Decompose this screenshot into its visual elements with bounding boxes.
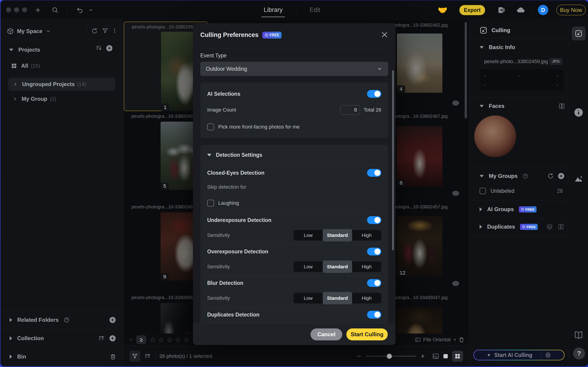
filter-icon[interactable] xyxy=(101,28,109,34)
chevron-right-icon xyxy=(13,82,18,87)
event-type-value: Outdoor Wedding xyxy=(206,66,247,72)
cancel-button[interactable]: Cancel xyxy=(311,328,342,340)
file-orientation-control[interactable]: File Orientat xyxy=(415,337,457,343)
image-count-input[interactable]: 8 xyxy=(341,105,360,115)
start-ai-culling-button[interactable]: ✦ Start AI Culling xyxy=(473,350,565,360)
sidebar-item-ungrouped-projects[interactable]: Ungrouped Projects (14) xyxy=(8,78,115,91)
unlabeled-checkbox[interactable] xyxy=(480,188,486,194)
tab-library[interactable]: Library xyxy=(262,6,284,14)
zoom-out-icon[interactable] xyxy=(356,353,362,359)
sensitivity-high[interactable]: High xyxy=(352,233,381,238)
sidebar-item-collection[interactable]: Collection xyxy=(0,332,123,345)
closed-eyes-toggle[interactable] xyxy=(367,169,381,177)
duplicates-toggle[interactable] xyxy=(367,311,381,318)
refresh-icon[interactable] xyxy=(90,28,99,34)
caret-right-icon xyxy=(10,355,12,359)
add-icon[interactable] xyxy=(34,0,42,20)
photo-thumbnail[interactable]: 8 xyxy=(397,126,442,187)
photo-card[interactable]: photogra...10-33802462.jpg 4 xyxy=(391,22,469,93)
buy-now-button[interactable]: Buy Now xyxy=(556,5,586,15)
sensitivity-standard[interactable]: Standard xyxy=(323,229,352,242)
cloud-icon[interactable] xyxy=(515,0,527,20)
add-folder-icon[interactable] xyxy=(109,316,116,324)
status-dot xyxy=(452,191,459,196)
ai-selections-toggle[interactable] xyxy=(367,90,381,98)
tab-culling-icon[interactable] xyxy=(572,27,586,40)
trash-icon[interactable] xyxy=(459,337,464,343)
blur-sensitivity-segment: Low Standard High xyxy=(294,293,381,303)
sensitivity-low[interactable]: Low xyxy=(294,295,323,301)
rating-threshold-badge[interactable]: ≥ xyxy=(136,335,146,344)
sensitivity-high[interactable]: High xyxy=(352,264,381,269)
detection-settings-header[interactable]: Detection Settings xyxy=(207,150,381,159)
photo-thumbnail[interactable]: 12 xyxy=(397,216,442,276)
event-type-select[interactable]: Outdoor Wedding xyxy=(200,62,388,76)
zoom-slider-thumb[interactable] xyxy=(387,354,392,359)
overexposure-toggle[interactable] xyxy=(367,248,381,255)
trash-icon[interactable] xyxy=(110,353,116,360)
export-panel-icon[interactable] xyxy=(496,0,507,20)
avatar[interactable]: D xyxy=(538,5,548,15)
tab-info-icon[interactable] xyxy=(572,108,586,117)
prev-chevron-icon[interactable] xyxy=(129,337,133,342)
divider xyxy=(207,307,381,308)
laughing-checkbox[interactable] xyxy=(207,200,214,207)
add-collection-icon[interactable] xyxy=(109,335,116,342)
kebab-menu-icon[interactable] xyxy=(111,28,118,33)
grid-scrollbar[interactable] xyxy=(465,22,467,118)
sensitivity-low[interactable]: Low xyxy=(294,233,323,238)
add-project-icon[interactable] xyxy=(104,44,114,52)
sidebar-item-bin[interactable]: Bin xyxy=(0,350,123,363)
start-culling-button[interactable]: Start Culling xyxy=(346,328,388,340)
ai-groups-header[interactable]: AI Groups FREE xyxy=(469,204,568,215)
split-view-icon[interactable] xyxy=(558,103,565,109)
export-button[interactable]: Export xyxy=(459,5,485,15)
underexposure-toggle[interactable] xyxy=(367,216,381,224)
help-circle-button[interactable]: ? xyxy=(573,348,585,359)
window-controls[interactable] xyxy=(6,7,27,12)
modal-scrollbar[interactable] xyxy=(392,70,394,250)
star-rating-icons[interactable]: ☆☆☆☆☆ xyxy=(150,335,192,344)
culling-settings-icon[interactable] xyxy=(545,352,551,358)
sort-asc-icon[interactable] xyxy=(98,335,105,342)
sensitivity-high[interactable]: High xyxy=(352,295,381,301)
refresh-icon[interactable] xyxy=(547,173,554,179)
layout-view-icon[interactable] xyxy=(432,353,439,360)
photo-card[interactable]: photogra...10-33802467.jpg 8 xyxy=(391,113,469,187)
sidebar-item-my-group[interactable]: My Group (1) xyxy=(0,93,123,105)
single-view-icon[interactable] xyxy=(442,353,449,359)
undo-icon[interactable] xyxy=(75,0,85,20)
ungrouped-label: Ungrouped Projects xyxy=(22,81,75,87)
tab-edit-icon[interactable] xyxy=(572,174,586,184)
duplicates-header[interactable]: Duplicates FREE xyxy=(469,221,568,232)
zoom-in-icon[interactable] xyxy=(420,353,426,359)
chevron-down-icon[interactable] xyxy=(87,0,94,20)
search-icon[interactable] xyxy=(51,0,60,20)
my-groups-header[interactable]: My Groups xyxy=(469,171,568,182)
group-row-unlabeled[interactable]: Unlabeled 26 xyxy=(469,185,568,196)
photo-card[interactable]: photogra...10-33802457.jpg 12 xyxy=(391,203,469,276)
add-group-icon[interactable] xyxy=(557,172,565,180)
sort-icon[interactable] xyxy=(144,353,151,360)
sensitivity-standard[interactable]: Standard xyxy=(323,292,352,304)
handshake-icon[interactable]: 🤝 xyxy=(437,0,448,20)
zoom-slider[interactable] xyxy=(366,356,416,357)
faces-header[interactable]: Faces xyxy=(469,100,568,112)
close-icon[interactable] xyxy=(380,31,389,39)
sidebar-item-all[interactable]: All (15) xyxy=(0,60,123,72)
tab-edit[interactable]: Edit xyxy=(308,6,322,14)
face-avatar[interactable] xyxy=(474,116,516,157)
sidebar-item-related-folders[interactable]: Related Folders xyxy=(0,314,123,326)
funnel-icon[interactable] xyxy=(129,351,140,362)
sensitivity-low[interactable]: Low xyxy=(294,264,323,269)
divider xyxy=(207,244,381,244)
grid-view-icon[interactable] xyxy=(452,351,463,362)
blur-toggle[interactable] xyxy=(367,279,381,287)
photo-thumbnail[interactable]: 4 xyxy=(397,33,442,93)
basic-info-header[interactable]: Basic Info xyxy=(469,42,568,53)
sensitivity-standard[interactable]: Standard xyxy=(323,260,352,273)
sort-desc-icon[interactable] xyxy=(94,44,103,51)
book-icon[interactable] xyxy=(572,330,586,340)
front-facing-checkbox[interactable] xyxy=(207,124,214,130)
divider xyxy=(207,276,381,276)
